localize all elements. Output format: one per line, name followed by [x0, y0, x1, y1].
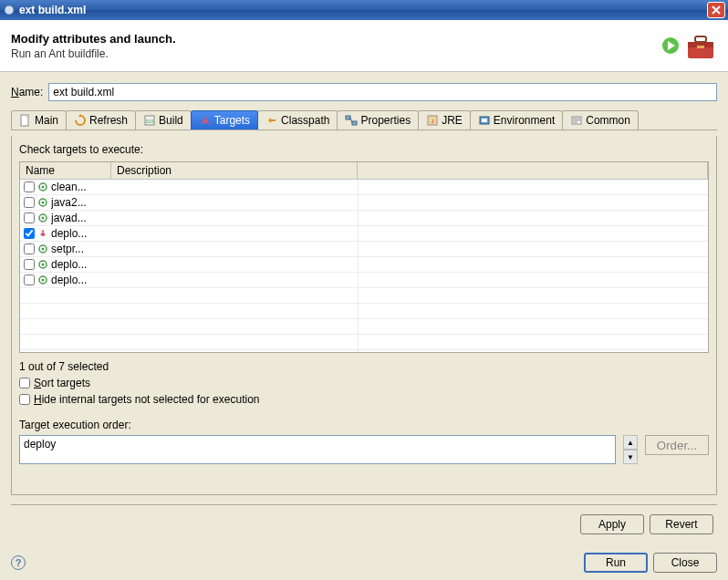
- table-row-empty: [20, 288, 708, 304]
- target-name: setpr...: [51, 243, 84, 255]
- table-header: Name Description: [20, 162, 708, 180]
- tab-build[interactable]: 010Build: [135, 110, 192, 129]
- close-icon[interactable]: [707, 2, 725, 18]
- dialog-window: ext build.xml Modify attributes and laun…: [0, 0, 728, 580]
- target-checkbox[interactable]: [24, 181, 35, 192]
- tab-label: JRE: [442, 114, 463, 127]
- table-row[interactable]: javad...: [20, 211, 708, 226]
- target-default-icon: [37, 259, 48, 270]
- table-row[interactable]: deplo...: [20, 257, 708, 273]
- tab-common[interactable]: Common: [562, 110, 639, 129]
- header-title: Modify attributes and launch.: [11, 32, 660, 46]
- cell-name: clean...: [20, 181, 111, 193]
- footer-buttons: Run Close: [26, 553, 717, 573]
- sort-targets-row: Sort targets: [19, 377, 709, 389]
- target-checkbox[interactable]: [24, 212, 35, 223]
- svg-rect-4: [695, 36, 706, 42]
- tab-label: Targets: [214, 114, 250, 127]
- target-name: deplo...: [51, 274, 87, 286]
- table-row-empty: [20, 304, 708, 319]
- table-row[interactable]: clean...: [20, 180, 708, 195]
- sort-targets-checkbox[interactable]: [19, 378, 30, 388]
- target-ant-icon: [37, 228, 48, 239]
- target-checkbox[interactable]: [24, 243, 35, 254]
- close-button[interactable]: Close: [653, 553, 717, 573]
- table-row-empty: [20, 350, 708, 353]
- run-button[interactable]: Run: [584, 553, 648, 573]
- cell-rest: [358, 180, 708, 194]
- refresh-icon: [74, 114, 87, 127]
- col-name[interactable]: Name: [20, 162, 111, 179]
- cell-name: java2...: [20, 196, 111, 209]
- target-default-icon: [37, 212, 48, 223]
- main-area: Name: MainRefresh010BuildTargetsClasspat…: [0, 72, 728, 545]
- order-label: Target execution order:: [19, 419, 709, 431]
- svg-point-21: [42, 202, 45, 204]
- revert-button[interactable]: Revert: [650, 514, 713, 534]
- target-name: javad...: [51, 212, 87, 224]
- apply-button[interactable]: Apply: [580, 514, 644, 534]
- table-row[interactable]: deplo...: [20, 273, 708, 288]
- window-title: ext build.xml: [19, 4, 707, 16]
- tab-label: Build: [159, 114, 183, 127]
- col-description[interactable]: Description: [111, 162, 358, 179]
- target-checkbox[interactable]: [24, 259, 35, 270]
- common-icon: [570, 114, 583, 127]
- tab-label: Classpath: [281, 114, 329, 127]
- tab-targets[interactable]: Targets: [191, 110, 258, 129]
- table-body: clean...java2...javad...deplo...setpr...…: [20, 180, 708, 353]
- titlebar[interactable]: ext build.xml: [0, 0, 728, 20]
- cell-name: deplo...: [20, 227, 111, 240]
- table-row[interactable]: java2...: [20, 195, 708, 211]
- scroll-down-icon[interactable]: ▼: [623, 450, 638, 464]
- svg-point-23: [42, 217, 45, 220]
- tab-classpath[interactable]: Classpath: [257, 110, 338, 129]
- tab-label: Common: [586, 114, 630, 127]
- toolbox-icon: [684, 29, 717, 62]
- target-name: deplo...: [51, 227, 87, 240]
- svg-rect-5: [697, 46, 704, 48]
- name-input[interactable]: [48, 83, 717, 101]
- target-default-icon: [37, 181, 48, 192]
- help-icon[interactable]: ?: [11, 555, 26, 570]
- target-checkbox[interactable]: [24, 274, 35, 285]
- content-area: Modify attributes and launch. Run an Ant…: [0, 20, 728, 580]
- file-icon: [19, 114, 32, 127]
- scroll-up-icon[interactable]: ▲: [623, 435, 638, 450]
- target-name: deplo...: [51, 258, 87, 271]
- tab-refresh[interactable]: Refresh: [66, 110, 136, 129]
- order-row: deploy ▲ ▼ Order...: [19, 435, 709, 464]
- tab-properties[interactable]: Properties: [337, 110, 419, 129]
- tab-label: Refresh: [89, 114, 128, 127]
- hide-targets-label[interactable]: Hide internal targets not selected for e…: [34, 393, 259, 406]
- col-rest[interactable]: [358, 162, 708, 179]
- classpath-icon: [265, 114, 278, 127]
- header-banner: Modify attributes and launch. Run an Ant…: [0, 20, 728, 72]
- cell-rest: [358, 242, 708, 256]
- svg-rect-11: [346, 116, 350, 119]
- sort-targets-label[interactable]: Sort targets: [34, 377, 90, 389]
- hide-targets-checkbox[interactable]: [19, 394, 30, 405]
- target-checkbox[interactable]: [24, 197, 35, 208]
- env-icon: [478, 114, 491, 127]
- cell-rest: [358, 273, 708, 287]
- order-textarea[interactable]: deploy: [19, 435, 616, 464]
- cell-name: javad...: [20, 212, 111, 224]
- tab-jre[interactable]: JJRE: [418, 110, 471, 129]
- name-row: Name:: [11, 83, 717, 101]
- table-row[interactable]: setpr...: [20, 242, 708, 257]
- tab-environment[interactable]: Environment: [470, 110, 563, 129]
- tab-main[interactable]: Main: [11, 110, 67, 129]
- tab-label: Properties: [360, 114, 411, 127]
- target-checkbox[interactable]: [24, 228, 35, 239]
- scroll-buttons: ▲ ▼: [623, 435, 638, 464]
- svg-point-0: [5, 5, 14, 15]
- header-text: Modify attributes and launch. Run an Ant…: [11, 32, 660, 60]
- jre-icon: J: [426, 114, 439, 127]
- svg-point-24: [41, 233, 46, 236]
- target-name: clean...: [51, 181, 87, 193]
- footer: ? Run Close: [0, 545, 728, 580]
- name-label: Name:: [11, 86, 43, 98]
- table-row[interactable]: deplo...: [20, 226, 708, 242]
- header-icons: [660, 29, 717, 62]
